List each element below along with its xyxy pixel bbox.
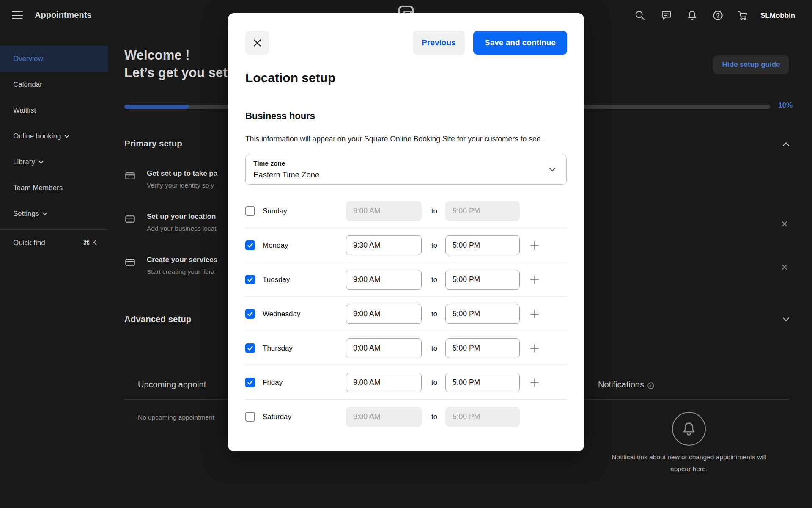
end-time-input[interactable]: 5:00 PM [445,338,520,358]
notifications-title: Notifications [598,380,654,389]
day-row: Sunday 9:00 AM to 5:00 PM [245,194,567,228]
day-row: Saturday 9:00 AM to 5:00 PM [245,400,567,434]
day-row: Tuesday 9:00 AM to 5:00 PM [245,262,567,297]
timezone-select[interactable]: Time zone Eastern Time Zone [245,155,567,185]
add-hours-icon[interactable] [528,239,541,252]
sidebar-item-label: Calendar [13,80,42,89]
day-row: Wednesday 9:00 AM to 5:00 PM [245,297,567,331]
start-time-input[interactable]: 9:00 AM [346,338,422,358]
day-checkbox[interactable] [245,206,255,216]
chevron-down-icon [38,159,43,163]
day-row: Monday 9:30 AM to 5:00 PM [245,228,567,262]
modal-title: Location setup [245,71,335,85]
add-hours-icon[interactable] [528,342,541,355]
search-icon[interactable] [634,10,646,21]
to-label: to [425,241,444,249]
chevron-down-icon [65,133,69,138]
setup-task-icon [124,170,136,182]
day-row: Friday 9:00 AM to 5:00 PM [245,365,567,400]
day-row: Thursday 9:00 AM to 5:00 PM [245,331,567,365]
start-time-input[interactable]: 9:30 AM [346,235,422,255]
sidebar-item-label: Waitlist [13,106,36,115]
dismiss-task-icon[interactable] [780,219,789,229]
sidebar: Overview Calendar Waitlist Online bookin… [0,31,108,256]
to-label: to [425,344,444,352]
start-time-input[interactable]: 9:00 AM [346,201,422,221]
end-time-input[interactable]: 5:00 PM [445,201,520,221]
notifications-empty-text: Notifications about new or changed appoi… [583,451,795,475]
business-hours-title: Business hours [245,110,315,121]
to-label: to [425,310,444,318]
menu-icon[interactable] [12,11,23,19]
day-label: Tuesday [263,276,290,284]
bell-icon[interactable] [686,10,698,21]
to-label: to [425,276,444,284]
previous-button[interactable]: Previous [413,31,465,55]
day-label: Wednesday [263,310,300,318]
end-time-input[interactable]: 5:00 PM [445,270,520,290]
sidebar-item[interactable]: Waitlist [0,97,108,123]
help-icon[interactable] [712,10,724,21]
primary-setup-title: Primary setup [124,138,182,149]
quick-find[interactable]: Quick find ⌘ K [0,230,108,256]
sidebar-item-label: Team Members [13,184,63,192]
add-hours-icon[interactable] [528,307,541,321]
notifications-bell-icon [672,412,706,446]
day-checkbox[interactable] [245,378,255,387]
sidebar-item-label: Online booking [13,132,61,141]
chevron-down-icon [43,210,47,215]
day-checkbox[interactable] [245,343,255,353]
info-icon [647,381,654,388]
business-hours-list: Sunday 9:00 AM to 5:00 PM Monday 9:30 AM… [245,194,567,434]
account-menu[interactable]: SLMobbin [760,11,795,20]
add-hours-icon[interactable] [528,376,541,389]
timezone-label: Time zone [253,160,559,167]
progress-fill [124,105,189,109]
timezone-value: Eastern Time Zone [253,170,559,179]
welcome-heading: Welcome ! Let’s get you set [124,47,227,81]
chat-icon[interactable] [661,10,672,21]
quick-find-label: Quick find [13,239,45,247]
location-setup-modal: Previous Save and continue Location setu… [228,13,584,451]
sidebar-item[interactable]: Library [0,149,108,175]
sidebar-item[interactable]: Team Members [0,175,108,201]
start-time-input[interactable]: 9:00 AM [346,270,422,290]
app-title: Appointments [35,10,91,20]
day-label: Monday [263,241,288,250]
quick-find-shortcut: ⌘ K [83,238,97,247]
end-time-input[interactable]: 5:00 PM [445,407,520,427]
end-time-input[interactable]: 5:00 PM [445,373,520,392]
start-time-input[interactable]: 9:00 AM [346,407,422,427]
sidebar-item-label: Overview [13,55,43,63]
sidebar-item[interactable]: Overview [0,46,108,72]
day-checkbox[interactable] [245,240,255,250]
day-checkbox[interactable] [245,309,255,319]
sidebar-item-label: Library [13,158,35,166]
save-and-continue-button[interactable]: Save and continue [473,31,567,55]
setup-task-icon [124,213,136,225]
upcoming-empty-text: No upcoming appointment [138,414,214,421]
day-checkbox[interactable] [245,275,255,284]
collapse-chevron-up-icon[interactable] [783,142,790,149]
hide-setup-guide-button[interactable]: Hide setup guide [713,55,789,74]
start-time-input[interactable]: 9:00 AM [346,304,422,324]
close-icon[interactable] [245,31,269,55]
add-hours-icon[interactable] [528,273,541,287]
sidebar-item-label: Settings [13,210,39,218]
sidebar-item[interactable]: Settings [0,201,108,226]
to-label: to [425,207,444,215]
advanced-setup-title: Advanced setup [124,314,191,324]
end-time-input[interactable]: 5:00 PM [445,304,520,324]
expand-chevron-down-icon[interactable] [783,315,790,322]
start-time-input[interactable]: 9:00 AM [346,373,422,392]
cart-icon[interactable] [737,10,748,21]
sidebar-item[interactable]: Online booking [0,123,108,149]
sidebar-item[interactable]: Calendar [0,72,108,97]
day-label: Sunday [263,207,287,215]
day-label: Thursday [263,344,293,353]
end-time-input[interactable]: 5:00 PM [445,235,520,255]
day-label: Friday [263,378,283,387]
day-checkbox[interactable] [245,412,255,422]
progress-percent: 10% [778,101,793,110]
dismiss-task-icon[interactable] [780,262,789,272]
